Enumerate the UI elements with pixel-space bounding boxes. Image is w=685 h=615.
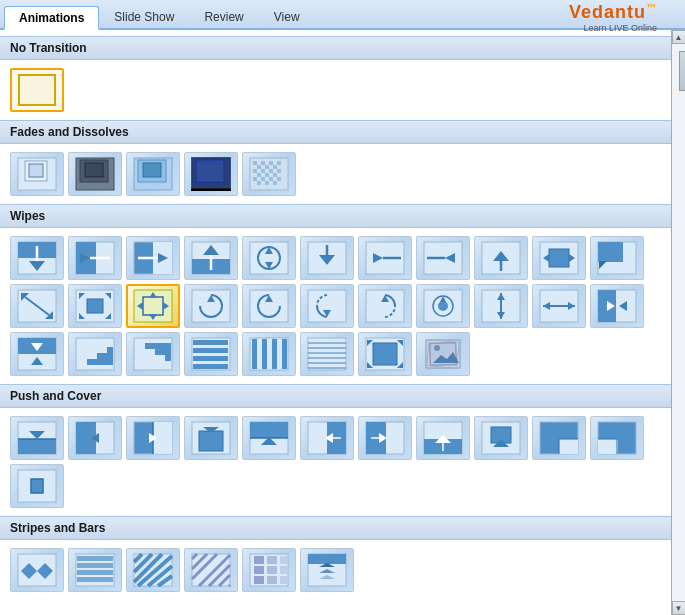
transition-wipe-down2[interactable] xyxy=(300,236,354,280)
scrollbar: ▲ ▼ xyxy=(671,30,685,615)
transitions-panel[interactable]: No Transition Fades and Dissolves xyxy=(0,30,671,615)
transition-expand2[interactable] xyxy=(358,332,412,376)
transition-blinds3[interactable] xyxy=(300,332,354,376)
transition-wipe-left2[interactable] xyxy=(358,236,412,280)
svg-line-218 xyxy=(229,585,230,586)
transition-arrows-vert[interactable] xyxy=(474,284,528,328)
svg-rect-24 xyxy=(269,169,273,173)
section-header-no-transition: No Transition xyxy=(0,36,671,60)
transition-fade-dark[interactable] xyxy=(68,152,122,196)
scroll-down-button[interactable]: ▼ xyxy=(672,601,686,615)
transition-wipe-right[interactable] xyxy=(126,236,180,280)
transition-cover-right[interactable] xyxy=(358,416,412,460)
svg-rect-35 xyxy=(273,181,277,185)
svg-rect-26 xyxy=(257,173,261,177)
logo-brand: Vedantu™ xyxy=(569,2,657,23)
svg-rect-12 xyxy=(196,160,224,182)
transition-expand-all[interactable] xyxy=(68,284,122,328)
transition-stairs2[interactable] xyxy=(126,332,180,376)
transition-fade-darkblue[interactable] xyxy=(184,152,238,196)
svg-rect-222 xyxy=(254,576,264,584)
transition-wipe-down[interactable] xyxy=(10,236,64,280)
no-transition-grid xyxy=(0,60,671,120)
transition-split-v[interactable] xyxy=(590,284,644,328)
svg-rect-95 xyxy=(308,290,346,322)
svg-rect-31 xyxy=(269,177,273,181)
svg-rect-125 xyxy=(193,348,228,353)
svg-rect-3 xyxy=(29,164,43,177)
transition-stripes-d3[interactable] xyxy=(242,548,296,592)
section-header-push: Push and Cover xyxy=(0,384,671,408)
transition-expand[interactable] xyxy=(532,236,586,280)
transition-wipe-up[interactable] xyxy=(184,236,238,280)
transition-wipe-up2[interactable] xyxy=(474,236,528,280)
transition-rotate-cw3[interactable] xyxy=(416,284,470,328)
main-content: No Transition Fades and Dissolves xyxy=(0,30,685,615)
transition-blinds2[interactable] xyxy=(242,332,296,376)
transition-small-box[interactable] xyxy=(10,464,64,508)
scroll-up-button[interactable]: ▲ xyxy=(672,30,686,44)
transition-rotate-cw[interactable] xyxy=(184,284,238,328)
transition-cover-ul[interactable] xyxy=(532,416,586,460)
transition-stripes-d1[interactable] xyxy=(126,548,180,592)
transition-push-right[interactable] xyxy=(126,416,180,460)
svg-rect-127 xyxy=(193,364,228,369)
svg-rect-23 xyxy=(261,169,265,173)
svg-rect-223 xyxy=(267,556,277,564)
transition-stripes-up[interactable] xyxy=(300,548,354,592)
svg-rect-226 xyxy=(280,556,287,564)
svg-rect-141 xyxy=(373,343,397,365)
transition-expand-corners[interactable] xyxy=(10,284,64,328)
tab-view[interactable]: View xyxy=(259,4,315,28)
svg-rect-27 xyxy=(265,173,269,177)
transition-stairs[interactable] xyxy=(68,332,122,376)
transition-rotate[interactable] xyxy=(242,236,296,280)
scroll-thumb[interactable] xyxy=(679,51,686,91)
svg-rect-224 xyxy=(267,566,277,574)
svg-rect-19 xyxy=(257,165,261,169)
transition-none[interactable] xyxy=(10,68,64,112)
transition-stripes-v[interactable] xyxy=(10,548,64,592)
transition-cover-left[interactable] xyxy=(300,416,354,460)
transition-fade-light[interactable] xyxy=(10,152,64,196)
transition-fade-blue[interactable] xyxy=(126,152,180,196)
transition-blinds[interactable] xyxy=(184,332,238,376)
transition-push-down2[interactable] xyxy=(184,416,238,460)
svg-rect-230 xyxy=(308,554,346,564)
transition-stripes-d2[interactable] xyxy=(184,548,238,592)
svg-rect-225 xyxy=(267,576,277,584)
transition-cover-up[interactable] xyxy=(416,416,470,460)
transition-cover-ur[interactable] xyxy=(590,416,644,460)
svg-rect-15 xyxy=(253,161,257,165)
transition-rotate-ccw[interactable] xyxy=(242,284,296,328)
transition-rotate-cw2[interactable] xyxy=(358,284,412,328)
svg-rect-132 xyxy=(282,339,287,369)
transition-arrows-horiz[interactable] xyxy=(532,284,586,328)
transition-push-up[interactable] xyxy=(242,416,296,460)
svg-rect-18 xyxy=(277,161,281,165)
tab-animations[interactable]: Animations xyxy=(4,6,99,30)
svg-rect-202 xyxy=(77,570,113,575)
transition-push-left[interactable] xyxy=(68,416,122,460)
tab-bar: Animations Slide Show Review View Vedant… xyxy=(0,0,685,30)
transition-split-h[interactable] xyxy=(10,332,64,376)
tab-review[interactable]: Review xyxy=(189,4,258,28)
svg-rect-187 xyxy=(559,439,578,454)
svg-rect-228 xyxy=(280,576,287,584)
svg-point-150 xyxy=(434,345,440,351)
transition-corner[interactable] xyxy=(590,236,644,280)
transition-stripes-h[interactable] xyxy=(68,548,122,592)
transition-wipe-right2[interactable] xyxy=(416,236,470,280)
transition-wipe-left[interactable] xyxy=(68,236,122,280)
transition-cover-down[interactable] xyxy=(474,416,528,460)
transition-photo[interactable] xyxy=(416,332,470,376)
transition-dissolve[interactable] xyxy=(242,152,296,196)
svg-rect-17 xyxy=(269,161,273,165)
transition-push-down[interactable] xyxy=(10,416,64,460)
svg-rect-0 xyxy=(19,75,55,105)
tab-slideshow[interactable]: Slide Show xyxy=(99,4,189,28)
svg-rect-29 xyxy=(253,177,257,181)
transition-rotate-ccw2[interactable] xyxy=(300,284,354,328)
transition-selected-expand[interactable] xyxy=(126,284,180,328)
svg-rect-130 xyxy=(262,339,267,369)
